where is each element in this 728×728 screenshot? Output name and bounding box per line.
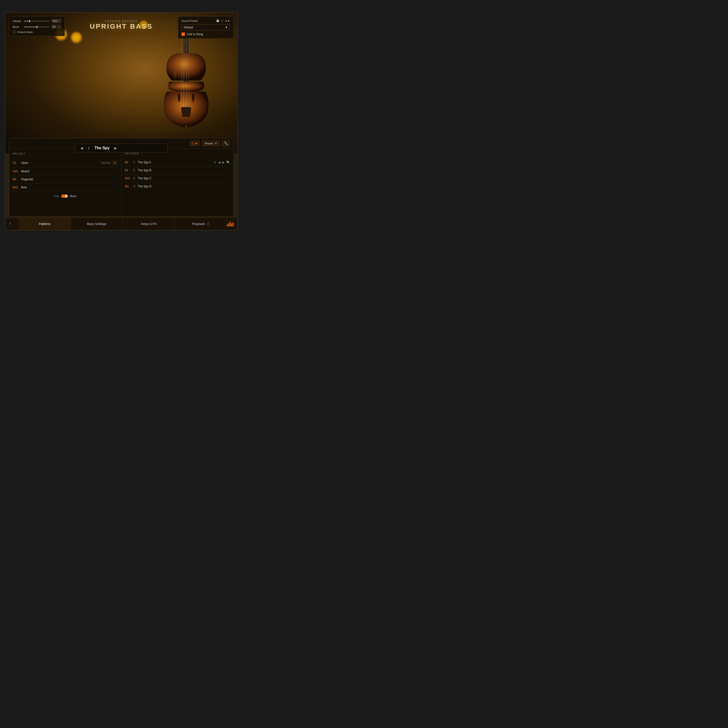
svg-point-4 (192, 93, 194, 102)
title-area: SESSION BASSIST UPRIGHT BASS (90, 20, 153, 30)
phrase-label: Phrase (205, 142, 213, 145)
link-to-song-row: Link to Song (182, 32, 230, 36)
poly-mono-row: Poly Mono (12, 191, 118, 199)
panel-content: MELODY C1 Open Fret Pos 0 C#1 Muted D1 F… (9, 148, 234, 216)
poly-mono-toggle[interactable] (61, 194, 68, 198)
vibrato-value: Med (53, 20, 57, 22)
playback-midi-icon: 🎵 (206, 223, 210, 225)
search-icon-1[interactable]: 🔍 (226, 161, 230, 164)
song-number: 1 (88, 146, 90, 150)
phrase-button[interactable]: Phrase ↺ (202, 141, 219, 146)
octave-checkbox[interactable] (12, 31, 15, 34)
bend-label: Bend (12, 26, 22, 28)
vibrato-arrow-icon: ▼ (58, 20, 60, 22)
octave-row: Octave down (12, 31, 61, 34)
mono-label: Mono (70, 194, 77, 197)
bend-dropdown[interactable]: All ▼ (52, 25, 61, 29)
tab-amps-fx[interactable]: Amps & FX (123, 218, 175, 230)
fret-pos-label: Fret Pos (101, 162, 110, 164)
note-key-c1: C1 (12, 161, 21, 165)
preset-arrow-icon: ▼ (225, 26, 228, 29)
key-badge[interactable]: E1 ▶ (190, 141, 199, 146)
fret-pos-value[interactable]: 0 (112, 161, 118, 165)
meter-bars (227, 222, 234, 226)
pattern-row-e1: E1 1 The Spy A ✛ ◀ ▶ 🔍 (125, 159, 230, 167)
pattern-row-f1: F1 2 The Spy B (125, 167, 230, 174)
playback-tab-content: Playback 🎵 (192, 222, 210, 226)
link-to-song-label: Link to Song (187, 32, 203, 36)
meter-bar-1 (227, 225, 228, 226)
tab-bass-settings-label: Bass Settings (87, 222, 107, 226)
melody-panel: MELODY C1 Open Fret Pos 0 C#1 Muted D1 F… (9, 148, 122, 216)
note-key-d1: D1 (12, 177, 21, 181)
note-name-c1: Open (21, 161, 101, 165)
toggle-knob (65, 195, 67, 197)
tab-playback[interactable]: Playback 🎵 (175, 218, 227, 230)
song-selector: ◀ 1 The Spy ▶ (75, 144, 167, 152)
p-num-3: 3 (133, 177, 138, 180)
key-badge-label: E1 (192, 142, 195, 145)
wrench-button[interactable]: 🔧 (222, 140, 230, 146)
song-name: The Spy (95, 146, 109, 150)
move-icon-1[interactable]: ✛ (214, 161, 216, 164)
p-num-4: 4 (133, 185, 138, 188)
next-preset-icon[interactable]: ▶ (228, 20, 230, 22)
preset-value: Default (184, 26, 193, 29)
sound-preset-header: Sound Preset 💾 ⊘ ◀ ▶ (182, 19, 230, 23)
melody-title: MELODY (12, 152, 118, 155)
svg-point-3 (178, 93, 180, 102)
meter-bar-5 (233, 223, 234, 226)
p-num-1: 1 (133, 161, 138, 164)
p-name-spy-c: The Spy C (138, 177, 230, 180)
svg-point-10 (185, 126, 188, 128)
sound-preset-label: Sound Preset (182, 20, 198, 22)
meter-bar-4 (231, 223, 232, 226)
bend-arrow-icon: ▼ (58, 26, 60, 28)
melody-row-ds1: D#1 Bow (12, 184, 118, 191)
bottom-nav: ? Patterns Bass Settings Amps & FX Playb… (5, 217, 237, 230)
vibrato-slider[interactable] (24, 21, 49, 21)
delete-preset-icon[interactable]: ⊘ (221, 19, 224, 23)
help-button[interactable]: ? (9, 222, 19, 226)
pattern-row-fs1: F#1 3 The Spy C (125, 174, 230, 182)
preset-dropdown[interactable]: Default ▼ (182, 24, 230, 31)
pattern-icons-1: ✛ ◀ ▶ 🔍 (214, 161, 230, 164)
instrument-title: UPRIGHT BASS (90, 23, 153, 30)
prev-icon-1[interactable]: ◀ (218, 161, 220, 164)
melody-row-c1: C1 Open Fret Pos 0 (12, 159, 118, 167)
wrench-icon: 🔧 (224, 141, 228, 145)
preset-icons: 💾 ⊘ ◀ ▶ (216, 19, 230, 23)
melody-row-cs1: C#1 Muted (12, 167, 118, 176)
poly-label: Poly (54, 194, 59, 197)
next-song-button[interactable]: ▶ (114, 146, 117, 150)
melody-row-d1: D1 Flageolet (12, 176, 118, 184)
tab-bass-settings[interactable]: Bass Settings (71, 218, 123, 230)
p-key-e1: E1 (125, 161, 133, 164)
meter-bar-2 (228, 223, 229, 226)
bg-light-2 (70, 31, 83, 44)
p-name-spy-b: The Spy B (138, 169, 230, 172)
note-name-d1: Flageolet (21, 177, 118, 181)
p-name-spy-d: The Spy D (138, 185, 230, 188)
next-icon-1[interactable]: ▶ (222, 161, 225, 164)
key-badge-arrow: ▶ (196, 142, 197, 145)
octave-label: Octave down (17, 31, 33, 34)
note-key-ds1: D#1 (12, 186, 21, 189)
p-name-spy-a: The Spy A (138, 161, 214, 164)
vibrato-label: Vibrato (12, 20, 22, 23)
app-container: SESSION BASSIST UPRIGHT BASS Vibrato Med… (5, 12, 238, 231)
tab-patterns-label: Patterns (39, 222, 50, 226)
save-preset-icon[interactable]: 💾 (216, 19, 220, 23)
tab-playback-label: Playback (192, 222, 205, 226)
link-to-song-indicator[interactable] (182, 32, 185, 36)
top-right-controls: Sound Preset 💾 ⊘ ◀ ▶ Default ▼ Link to S… (178, 16, 234, 38)
p-key-fs1: F#1 (125, 177, 133, 180)
vibrato-dropdown[interactable]: Med ▼ (52, 19, 61, 23)
bend-value: All (53, 26, 55, 28)
bend-slider[interactable] (24, 26, 49, 28)
tab-patterns[interactable]: Patterns (19, 218, 71, 230)
note-name-cs1: Muted (21, 170, 118, 173)
prev-song-button[interactable]: ◀ (80, 146, 83, 150)
prev-preset-icon[interactable]: ◀ (225, 20, 227, 22)
tab-amps-fx-label: Amps & FX (141, 222, 157, 226)
